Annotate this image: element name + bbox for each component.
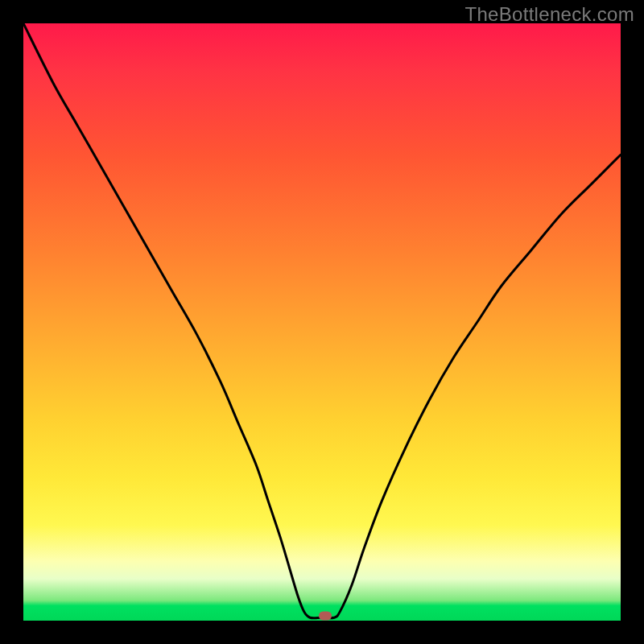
chart-frame: TheBottleneck.com xyxy=(0,0,644,644)
plot-area xyxy=(23,23,621,621)
optimal-point-marker xyxy=(319,612,332,621)
bottleneck-curve xyxy=(23,23,621,621)
watermark-text: TheBottleneck.com xyxy=(464,3,634,26)
